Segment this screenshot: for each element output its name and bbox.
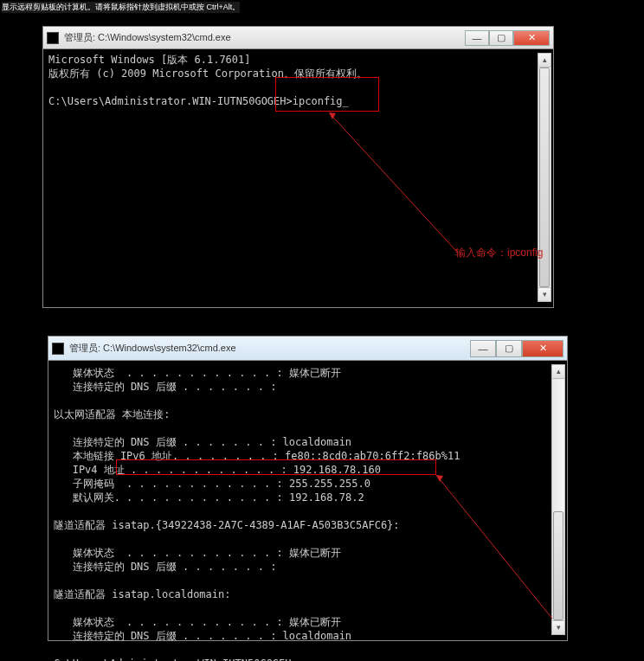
line: 连接特定的 DNS 后缀 . . . . . . . : localdomain [54, 630, 351, 642]
scroll-track[interactable] [552, 379, 564, 620]
line: 默认网关. . . . . . . . . . . . . : 192.168.… [54, 491, 364, 504]
line: C:\Users\Administrator.WIN-IUTN50GOGEH>i… [48, 95, 349, 107]
scroll-up-button[interactable]: ▴ [538, 54, 551, 67]
titlebar-1[interactable]: 管理员: C:\Windows\system32\cmd.exe — ▢ ✕ [43, 27, 553, 49]
window-title-1: 管理员: C:\Windows\system32\cmd.exe [64, 31, 465, 44]
line: 媒体状态 . . . . . . . . . . . . : 媒体已断开 [54, 547, 341, 559]
line: 隧道适配器 isatap.localdomain: [54, 588, 231, 600]
maximize-button[interactable]: ▢ [489, 30, 513, 46]
cmd-icon [52, 343, 64, 355]
line: Microsoft Windows [版本 6.1.7601] [48, 54, 251, 66]
window-title-2: 管理员: C:\Windows\system32\cmd.exe [69, 342, 470, 355]
window-buttons-1: — ▢ ✕ [465, 30, 550, 46]
terminal-output-2[interactable]: 媒体状态 . . . . . . . . . . . . : 媒体已断开 连接特… [54, 366, 562, 635]
scrollbar-2[interactable]: ▴ ▾ [551, 364, 565, 635]
line: 本地链接 IPv6 地址. . . . . . . . : fe80::8cd0… [54, 450, 460, 462]
line: 子网掩码 . . . . . . . . . . . . : 255.255.2… [54, 478, 370, 490]
terminal-output-1[interactable]: Microsoft Windows [版本 6.1.7601] 版权所有 (c)… [48, 53, 548, 302]
scroll-up-button[interactable]: ▴ [552, 365, 564, 379]
line: 连接特定的 DNS 后缀 . . . . . . . : localdomain [54, 436, 351, 448]
window-buttons-2: — ▢ ✕ [470, 340, 564, 357]
scroll-down-button[interactable]: ▾ [538, 287, 551, 301]
cmd-window-1: 管理员: C:\Windows\system32\cmd.exe — ▢ ✕ M… [42, 26, 554, 308]
titlebar-2[interactable]: 管理员: C:\Windows\system32\cmd.exe — ▢ ✕ [48, 337, 567, 361]
line: 媒体状态 . . . . . . . . . . . . : 媒体已断开 [54, 616, 341, 628]
vm-hint-text: 显示远程剪贴板的计算机。请将鼠标指针放到虚拟机中或按 Ctrl+Alt。 [2, 2, 240, 13]
scroll-thumb[interactable] [553, 511, 564, 620]
close-button[interactable]: ✕ [522, 340, 564, 357]
cmd-window-2: 管理员: C:\Windows\system32\cmd.exe — ▢ ✕ 媒… [48, 336, 568, 641]
close-button[interactable]: ✕ [513, 30, 550, 46]
line: 媒体状态 . . . . . . . . . . . . : 媒体已断开 [54, 367, 341, 379]
line: 连接特定的 DNS 后缀 . . . . . . . : [54, 561, 276, 573]
minimize-button[interactable]: — [465, 30, 489, 46]
line: 连接特定的 DNS 后缀 . . . . . . . : [54, 381, 276, 393]
maximize-button[interactable]: ▢ [496, 340, 522, 357]
line: 以太网适配器 本地连接: [54, 408, 170, 420]
cmd-icon [47, 32, 59, 44]
line: 版权所有 (c) 2009 Microsoft Corporation。保留所有… [48, 67, 367, 80]
minimize-button[interactable]: — [470, 340, 496, 357]
line: IPv4 地址 . . . . . . . . . . . . : 192.16… [54, 464, 381, 476]
scrollbar-1[interactable]: ▴ ▾ [538, 53, 551, 302]
annotation-text-1: 输入命令：ipconfig [455, 246, 543, 260]
line: 隧道适配器 isatap.{34922438-2A7C-4389-A1AF-A5… [54, 519, 400, 531]
scroll-down-button[interactable]: ▾ [552, 620, 564, 634]
line: C:\Users\Administrator.WIN-IUTN50GOGEH> [54, 658, 298, 661]
